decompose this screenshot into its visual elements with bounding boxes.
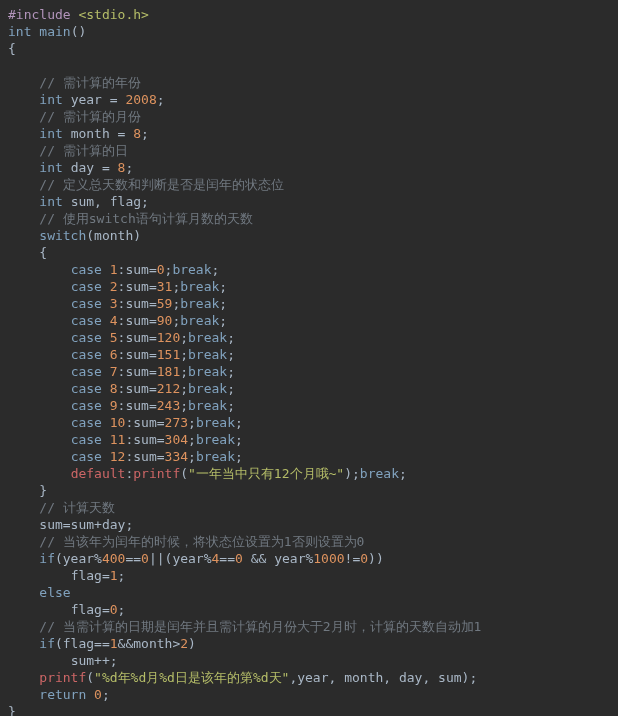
semicolon: ; [180, 347, 188, 362]
comment-month: // 需计算的月份 [39, 109, 140, 124]
sum-assign: sum= [133, 432, 164, 447]
kw-case: case [71, 279, 102, 294]
comment-leap: // 当该年为闰年的时候，将状态位设置为1否则设置为0 [39, 534, 364, 549]
sum-assign: sum= [125, 381, 156, 396]
op-and: && [243, 551, 274, 566]
kw-break: break [180, 296, 219, 311]
case-6: 6 [110, 347, 118, 362]
case-2: 2 [110, 279, 118, 294]
printf-args: ,year, month, day, sum); [289, 670, 477, 685]
kw-case: case [71, 330, 102, 345]
val-0: 0 [157, 262, 165, 277]
kw-break: break [196, 449, 235, 464]
lit-400: 400 [102, 551, 125, 566]
semicolon: ; [141, 126, 149, 141]
semicolon: ; [188, 449, 196, 464]
lit-0b: 0 [235, 551, 243, 566]
preproc-include: #include [8, 7, 71, 22]
kw-break: break [188, 330, 227, 345]
id-flag: flag [110, 194, 141, 209]
semicolon: ; [180, 398, 188, 413]
paren-close2: )) [368, 551, 384, 566]
fn-printf: printf [133, 466, 180, 481]
semicolon: ; [188, 432, 196, 447]
semicolon: ; [212, 262, 220, 277]
kw-int: int [39, 92, 62, 107]
kw-switch: switch [39, 228, 86, 243]
kw-else: else [39, 585, 70, 600]
expr-year1000: year% [274, 551, 313, 566]
val-59: 59 [157, 296, 173, 311]
val-31: 31 [157, 279, 173, 294]
fn-printf2: printf [39, 670, 86, 685]
lit-0: 0 [141, 551, 149, 566]
comment-flag: // 定义总天数和判断是否是闰年的状态位 [39, 177, 283, 192]
paren-open: ( [180, 466, 188, 481]
lit-1000: 1000 [313, 551, 344, 566]
kw-case: case [71, 449, 102, 464]
semicolon: ; [399, 466, 407, 481]
semicolon: ; [157, 92, 165, 107]
case-9: 9 [110, 398, 118, 413]
lit-8: 8 [133, 126, 141, 141]
brace-open: { [39, 245, 47, 260]
semicolon: ; [102, 687, 110, 702]
expr-flag1: (flag== [55, 636, 110, 651]
kw-int: int [39, 160, 62, 175]
assign: = [94, 160, 117, 175]
lit-ret0: 0 [94, 687, 102, 702]
kw-default: default [71, 466, 126, 481]
include-target: <stdio.h> [78, 7, 148, 22]
lit-0c: 0 [360, 551, 368, 566]
case-8: 8 [110, 381, 118, 396]
kw-break: break [180, 279, 219, 294]
paren-open: ( [86, 670, 94, 685]
kw-break: break [188, 347, 227, 362]
paren-open: ( [86, 228, 94, 243]
case-5: 5 [110, 330, 118, 345]
stmt-flag1: flag= [71, 568, 110, 583]
comment-adj: // 当需计算的日期是闰年并且需计算的月份大于2月时，计算的天数自动加1 [39, 619, 481, 634]
case-4: 4 [110, 313, 118, 328]
fn-main: main [39, 24, 70, 39]
kw-break: break [360, 466, 399, 481]
id-month-ref: month [94, 228, 133, 243]
val-273: 273 [165, 415, 188, 430]
val-90: 90 [157, 313, 173, 328]
op-and2: && [118, 636, 134, 651]
val-151: 151 [157, 347, 180, 362]
kw-break: break [188, 398, 227, 413]
kw-case: case [71, 415, 102, 430]
sum-assign: sum= [125, 330, 156, 345]
case-12: 12 [110, 449, 126, 464]
str-fmt: "%d年%d月%d日是该年的第%d天" [94, 670, 289, 685]
str-default: "一年当中只有12个月哦~" [188, 466, 344, 481]
expr-monthgt: month> [133, 636, 180, 651]
op-eqeq: == [125, 551, 141, 566]
comment-sum: // 计算天数 [39, 500, 114, 515]
kw-return: return [39, 687, 86, 702]
val-212: 212 [157, 381, 180, 396]
case-11: 11 [110, 432, 126, 447]
paren-close: ) [133, 228, 141, 243]
lit-2: 2 [180, 636, 188, 651]
kw-int: int [8, 24, 31, 39]
semicolon: ; [118, 602, 126, 617]
val-304: 304 [165, 432, 188, 447]
brace-open: { [8, 41, 16, 56]
paren-close: ) [78, 24, 86, 39]
stmt-sumpp: sum++; [71, 653, 118, 668]
comment-switch: // 使用switch语句计算月数的天数 [39, 211, 252, 226]
kw-case: case [71, 364, 102, 379]
id-year: year [71, 92, 102, 107]
comma: , [94, 194, 110, 209]
lit-1: 1 [110, 568, 118, 583]
semicolon: ; [227, 398, 235, 413]
semicolon: ; [219, 296, 227, 311]
case-3: 3 [110, 296, 118, 311]
sum-assign: sum= [125, 364, 156, 379]
stmt-flag0: flag= [71, 602, 110, 617]
semicolon: ; [118, 568, 126, 583]
kw-case: case [71, 347, 102, 362]
case-10: 10 [110, 415, 126, 430]
